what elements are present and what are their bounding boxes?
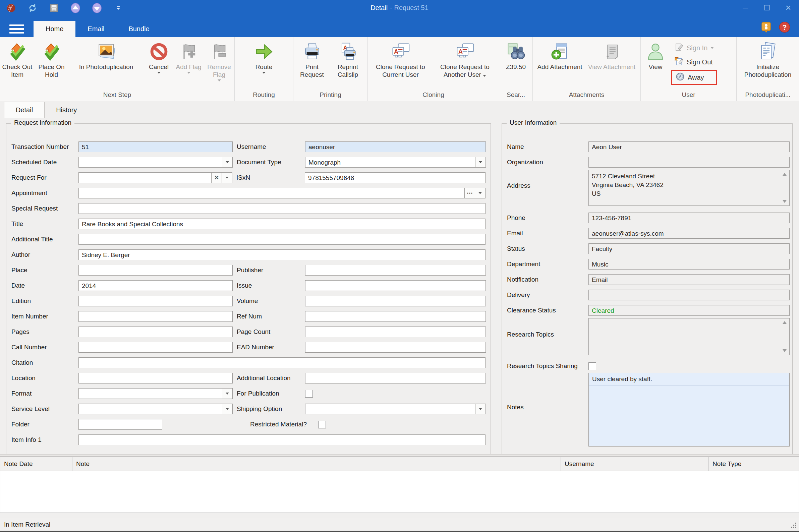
address-field[interactable]: 5712 Cleveland Street Virginia Beach, VA… bbox=[588, 170, 790, 206]
isxn-input[interactable]: 9781555709648 bbox=[305, 172, 486, 183]
maximize-button[interactable]: ☐ bbox=[756, 0, 778, 16]
cancel-button[interactable]: Cancel bbox=[144, 38, 174, 74]
resize-grip[interactable] bbox=[791, 522, 796, 528]
appointment-ellipsis-button[interactable]: ⋯ bbox=[465, 188, 475, 198]
remove-flag-button[interactable]: Remove Flag bbox=[204, 38, 235, 81]
additional-title-input[interactable] bbox=[78, 234, 486, 245]
issue-input[interactable] bbox=[305, 280, 486, 291]
move-up-icon[interactable] bbox=[70, 2, 81, 14]
service-level-input[interactable] bbox=[78, 404, 222, 414]
route-button[interactable]: Route bbox=[248, 38, 280, 74]
request-for-input[interactable] bbox=[78, 172, 212, 183]
tab-home[interactable]: Home bbox=[34, 21, 75, 37]
location-input[interactable] bbox=[78, 373, 233, 383]
transaction-number-input[interactable]: 51 bbox=[78, 141, 233, 152]
scheduled-date-dropdown-button[interactable] bbox=[222, 157, 233, 168]
ribbon-group-attachments: Add Attachment View Attachment Attachmen… bbox=[533, 37, 641, 101]
author-input[interactable]: Sidney E. Berger bbox=[78, 249, 486, 260]
organization-field bbox=[588, 157, 790, 168]
appointment-dropdown-button[interactable] bbox=[475, 188, 486, 198]
item-info-1-input[interactable] bbox=[78, 434, 486, 445]
route-dropdown-caret-icon[interactable] bbox=[262, 72, 266, 74]
ref-num-input[interactable] bbox=[305, 311, 486, 322]
research-topics-sharing-checkbox[interactable] bbox=[588, 362, 596, 370]
item-number-input[interactable] bbox=[78, 311, 233, 322]
ead-number-input[interactable] bbox=[305, 342, 486, 353]
add-attachment-button[interactable]: Add Attachment bbox=[535, 38, 585, 71]
appointment-input[interactable] bbox=[78, 188, 465, 198]
volume-input[interactable] bbox=[305, 296, 486, 306]
scroll-down-icon[interactable] bbox=[783, 200, 786, 203]
title-input[interactable]: Rare Books and Special Collections bbox=[78, 218, 486, 229]
shipping-option-input[interactable] bbox=[305, 404, 475, 414]
shipping-option-dropdown-button[interactable] bbox=[475, 404, 486, 414]
scroll-up-icon[interactable] bbox=[783, 321, 786, 324]
for-publication-checkbox[interactable] bbox=[305, 390, 313, 398]
scroll-down-icon[interactable] bbox=[783, 349, 786, 352]
username-input[interactable]: aeonuser bbox=[305, 141, 486, 152]
user-notes-listbox[interactable]: User cleared by staff. bbox=[588, 373, 790, 446]
check-out-item-button[interactable]: Check Out Item bbox=[0, 38, 35, 78]
special-request-input[interactable] bbox=[78, 203, 486, 214]
print-request-button[interactable]: Print Request bbox=[295, 38, 329, 78]
scheduled-date-input[interactable] bbox=[78, 157, 222, 168]
citation-input[interactable] bbox=[78, 357, 486, 368]
place-on-hold-button[interactable]: Place On Hold bbox=[35, 38, 69, 78]
tab-detail[interactable]: Detail bbox=[4, 102, 44, 118]
restricted-material-checkbox[interactable] bbox=[318, 421, 326, 429]
away-button[interactable]: Away bbox=[672, 71, 716, 84]
place-input[interactable] bbox=[78, 265, 233, 276]
column-header-note-type[interactable]: Note Type bbox=[709, 457, 799, 471]
save-icon[interactable] bbox=[48, 2, 60, 14]
format-input[interactable] bbox=[78, 388, 222, 399]
column-header-note[interactable]: Note bbox=[72, 457, 561, 471]
cancel-dropdown-caret-icon[interactable] bbox=[157, 72, 160, 74]
document-type-dropdown-button[interactable] bbox=[475, 157, 486, 168]
clone-request-another-user-button[interactable]: A Clone Request to Another User bbox=[432, 38, 498, 78]
request-for-clear-button[interactable]: ✕ bbox=[212, 172, 222, 183]
minimize-button[interactable]: ─ bbox=[735, 0, 756, 16]
initialize-photoduplication-button[interactable]: Initialize Photoduplication bbox=[738, 38, 798, 78]
scroll-up-icon[interactable] bbox=[783, 173, 786, 176]
sign-in-button[interactable]: Sign In bbox=[671, 41, 717, 55]
tab-bundle-label: Bundle bbox=[128, 25, 149, 33]
tab-bundle[interactable]: Bundle bbox=[116, 21, 161, 37]
format-dropdown-button[interactable] bbox=[222, 388, 233, 399]
view-attachment-button[interactable]: View Attachment bbox=[585, 38, 639, 71]
clone-request-current-user-button[interactable]: A Clone Request to Current User bbox=[369, 38, 432, 78]
sign-out-button[interactable]: Sign Out bbox=[671, 55, 717, 69]
panel-splitter[interactable] bbox=[0, 454, 799, 457]
service-level-dropdown-button[interactable] bbox=[222, 404, 233, 414]
page-count-input[interactable] bbox=[305, 326, 486, 337]
view-user-button[interactable]: View bbox=[642, 38, 670, 71]
column-header-note-date[interactable]: Note Date bbox=[0, 457, 72, 471]
reprint-callslip-button[interactable]: A Reprint Callslip bbox=[329, 38, 366, 78]
menu-hamburger-button[interactable] bbox=[0, 21, 34, 37]
add-flag-button[interactable]: Add Flag bbox=[174, 38, 204, 74]
publisher-input[interactable] bbox=[305, 265, 486, 276]
notes-table-body[interactable] bbox=[0, 471, 799, 513]
close-button[interactable]: ✕ bbox=[778, 0, 799, 16]
tab-history[interactable]: History bbox=[44, 102, 88, 118]
z3950-button[interactable]: Z39.50 bbox=[500, 38, 532, 71]
refresh-sync-icon[interactable] bbox=[27, 2, 38, 14]
user-note-item[interactable]: User cleared by staff. bbox=[589, 373, 789, 385]
edition-input[interactable] bbox=[78, 296, 233, 306]
form-row: Location Additional Location bbox=[6, 370, 491, 386]
feedback-icon[interactable] bbox=[761, 21, 772, 35]
customize-quick-access-caret-icon[interactable] bbox=[113, 2, 124, 14]
tab-email[interactable]: Email bbox=[75, 21, 116, 37]
pages-input[interactable] bbox=[78, 326, 233, 337]
in-photoduplication-button[interactable]: In Photoduplication bbox=[69, 38, 144, 71]
call-number-input[interactable] bbox=[78, 342, 233, 353]
column-header-username[interactable]: Username bbox=[561, 457, 709, 471]
folder-input[interactable] bbox=[78, 419, 162, 430]
date-input[interactable]: 2014 bbox=[78, 280, 233, 291]
move-down-icon[interactable] bbox=[91, 2, 102, 14]
help-icon[interactable]: ? bbox=[779, 21, 790, 35]
research-topics-field[interactable] bbox=[588, 318, 790, 355]
request-for-dropdown-button[interactable] bbox=[222, 172, 232, 183]
additional-location-input[interactable] bbox=[305, 373, 486, 383]
document-type-input[interactable]: Monograph bbox=[305, 157, 475, 168]
clone-another-dropdown-caret-icon[interactable] bbox=[483, 75, 486, 77]
